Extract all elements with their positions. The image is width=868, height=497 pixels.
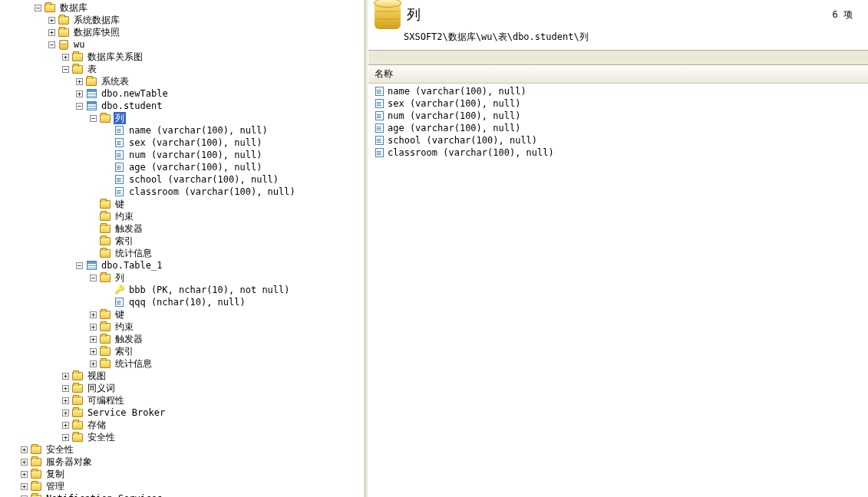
tree-node-label: 视图 (86, 370, 107, 382)
tree-node[interactable]: +安全性 (2, 443, 363, 456)
tree-node[interactable]: +统计信息 (2, 357, 363, 370)
tree-node-label: 数据库 (58, 2, 89, 14)
collapse-icon[interactable]: − (62, 66, 69, 73)
tree-node[interactable]: +系统表 (2, 75, 363, 87)
tree-node[interactable]: +存储 (2, 419, 363, 431)
tree-node-label: Notification Services (45, 492, 164, 497)
tree-node[interactable]: bbb (PK, nchar(10), not null) (2, 284, 363, 296)
tree-node-label: dbo.Table_1 (100, 259, 163, 272)
folder-icon (58, 15, 70, 25)
folder-icon (71, 420, 84, 430)
tree-node[interactable]: −表 (2, 63, 363, 75)
tree-node[interactable]: name (varchar(100), null) (2, 124, 363, 137)
list-item[interactable]: classroom (varchar(100), null) (373, 146, 863, 159)
expand-icon[interactable]: + (62, 434, 69, 441)
expand-icon[interactable]: + (21, 471, 28, 478)
tree-node-label: qqq (nchar(10), null) (127, 296, 247, 308)
expand-icon[interactable]: + (76, 78, 83, 85)
tree-node[interactable]: +管理 (2, 480, 363, 492)
tree-node[interactable]: −dbo.Table_1 (2, 259, 363, 272)
tree-node[interactable]: −列 (2, 272, 363, 284)
list-item[interactable]: sex (varchar(100), null) (373, 97, 863, 110)
tree-node[interactable]: age (varchar(100), null) (2, 161, 363, 173)
expand-icon[interactable]: + (62, 385, 69, 392)
collapse-icon[interactable]: − (76, 103, 83, 110)
expand-icon[interactable]: + (90, 348, 97, 355)
tree-node[interactable]: +Notification Services (2, 492, 363, 497)
tree-node-label: classroom (varchar(100), null) (127, 186, 297, 198)
tree-node-label: 表 (86, 63, 98, 75)
expand-icon[interactable]: + (90, 360, 97, 367)
expand-icon[interactable]: + (62, 422, 69, 429)
list-column-header[interactable]: 名称 (368, 65, 868, 84)
tree-node[interactable]: +复制 (2, 468, 363, 480)
expand-icon[interactable]: + (21, 446, 28, 453)
tree-node[interactable]: 约束 (2, 210, 363, 222)
tree-node-label: 管理 (45, 480, 66, 492)
expand-icon[interactable]: + (48, 17, 55, 24)
list-item[interactable]: name (varchar(100), null) (373, 85, 863, 97)
expand-icon[interactable]: + (62, 410, 69, 416)
list-item[interactable]: school (varchar(100), null) (373, 134, 863, 146)
collapse-icon[interactable]: − (90, 275, 97, 281)
tree-node-label: 统计信息 (114, 247, 153, 259)
expand-icon[interactable]: + (62, 397, 69, 404)
list-item[interactable]: age (varchar(100), null) (373, 122, 863, 134)
column-icon (373, 110, 385, 121)
folder-icon (30, 456, 42, 467)
expand-icon[interactable]: + (90, 336, 97, 343)
tree-node[interactable]: sex (varchar(100), null) (2, 137, 363, 149)
expand-icon[interactable]: + (90, 324, 97, 331)
tree-node[interactable]: +键 (2, 308, 363, 321)
tree-node-label: 列 (114, 112, 126, 124)
expand-icon[interactable]: + (62, 54, 69, 61)
tree-node[interactable]: qqq (nchar(10), null) (2, 296, 363, 308)
list-item-label: classroom (varchar(100), null) (388, 146, 554, 159)
tree-node[interactable]: +可编程性 (2, 394, 363, 406)
expand-icon[interactable]: + (62, 373, 69, 380)
collapse-icon[interactable]: − (90, 115, 97, 122)
tree-node[interactable]: +索引 (2, 345, 363, 357)
column-icon (113, 137, 125, 148)
tree-node[interactable]: +数据库快照 (2, 26, 363, 38)
object-explorer-tree[interactable]: −数据库+系统数据库+数据库快照−wu+数据库关系图−表+系统表+dbo.new… (0, 0, 365, 497)
tree-node[interactable]: +dbo.newTable (2, 87, 363, 100)
tree-node[interactable]: +触发器 (2, 333, 363, 345)
expand-icon[interactable]: + (21, 459, 28, 466)
collapse-icon[interactable]: − (76, 262, 83, 269)
tree-node[interactable]: +数据库关系图 (2, 51, 363, 63)
collapse-icon[interactable]: − (35, 5, 41, 12)
column-header-name: 名称 (375, 68, 393, 79)
tree-node[interactable]: +系统数据库 (2, 14, 363, 26)
tree-node[interactable]: school (varchar(100), null) (2, 173, 363, 186)
column-icon (113, 174, 125, 185)
tree-node[interactable]: num (varchar(100), null) (2, 149, 363, 161)
tree-node[interactable]: +安全性 (2, 431, 363, 443)
list-item[interactable]: num (varchar(100), null) (373, 110, 863, 122)
tree-node[interactable]: +约束 (2, 321, 363, 333)
tree-node[interactable]: classroom (varchar(100), null) (2, 186, 363, 198)
expand-icon[interactable]: + (21, 483, 28, 490)
tree-node[interactable]: −列 (2, 112, 363, 124)
tree-node[interactable]: −dbo.student (2, 100, 363, 112)
tree-node[interactable]: +视图 (2, 370, 363, 382)
tree-node[interactable]: +Service Broker (2, 406, 363, 419)
tree-node[interactable]: 键 (2, 198, 363, 210)
tree-node-label: 约束 (114, 210, 135, 222)
folder-icon (99, 346, 111, 357)
expand-icon[interactable]: + (76, 91, 83, 97)
column-icon (113, 162, 125, 173)
tree-node-label: 数据库快照 (72, 26, 121, 38)
tree-node[interactable]: −数据库 (2, 2, 363, 14)
tree-node[interactable]: 统计信息 (2, 247, 363, 259)
folder-icon (30, 469, 42, 479)
expand-icon[interactable]: + (90, 311, 97, 318)
folder-icon (99, 321, 111, 332)
tree-node[interactable]: 触发器 (2, 222, 363, 235)
tree-node[interactable]: −wu (2, 38, 363, 51)
expand-icon[interactable]: + (48, 29, 55, 36)
tree-node[interactable]: +服务器对象 (2, 456, 363, 468)
tree-node[interactable]: 索引 (2, 235, 363, 247)
tree-node[interactable]: +同义词 (2, 382, 363, 394)
collapse-icon[interactable]: − (48, 41, 55, 48)
